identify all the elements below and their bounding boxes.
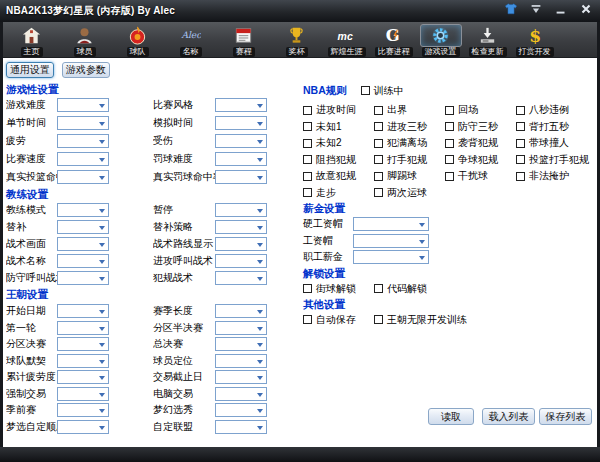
chevron-down-icon: [257, 426, 263, 430]
gameplay-select-r4c1[interactable]: [57, 152, 109, 166]
dynasty-select-r5c1[interactable]: [57, 370, 109, 384]
toolbar-item-2[interactable]: 球员: [58, 23, 111, 57]
other-checkbox-2[interactable]: [374, 315, 383, 324]
toolbar-item-6[interactable]: 奖杯: [270, 23, 323, 57]
section-coach: 教练设置教练模式暂停替补替补策略战术画面战术路线显示战术名称进攻呼叫战术防守呼叫…: [6, 188, 302, 285]
gameplay-select-r3c1[interactable]: [57, 134, 109, 148]
rule-checkbox-r1c3[interactable]: [445, 106, 454, 115]
dynasty-select-r5c2[interactable]: [215, 370, 267, 384]
dynasty-select-r2c2[interactable]: [215, 321, 267, 335]
rule-checkbox-r2c1[interactable]: [303, 122, 312, 131]
toolbar-item-7[interactable]: mc辉煌生涯: [323, 23, 370, 57]
chevron-down-icon: [257, 243, 263, 247]
field-label: 交易截止日: [153, 370, 215, 384]
rule-checkbox-r1c2[interactable]: [374, 106, 383, 115]
skin-menu-button[interactable]: [528, 3, 544, 19]
toolbar-item-11[interactable]: $打赏开发: [511, 23, 558, 57]
other-checkbox-1[interactable]: [303, 315, 312, 324]
rule-checkbox-r3c2[interactable]: [374, 139, 383, 148]
load-list-button[interactable]: 载入列表: [482, 408, 535, 425]
rule-checkbox-r2c2[interactable]: [374, 122, 383, 131]
close-button[interactable]: [578, 3, 594, 19]
rule-checkbox-r2c4[interactable]: [516, 122, 525, 131]
rule-checkbox-r5c2[interactable]: [374, 172, 383, 181]
rule-checkbox-r2c3[interactable]: [445, 122, 454, 131]
field-label: 硬工资帽: [303, 217, 353, 231]
salary-select-1[interactable]: [353, 217, 429, 231]
tab-general-settings[interactable]: 通用设置: [6, 62, 54, 78]
unlock-checkbox-2[interactable]: [374, 284, 383, 293]
rule-checkbox-r5c1[interactable]: [303, 172, 312, 181]
gameplay-select-r2c2[interactable]: [215, 116, 267, 130]
dynasty-select-r6c2[interactable]: [215, 387, 267, 401]
rule-checkbox-r1c1[interactable]: [303, 106, 312, 115]
toolbar-item-8[interactable]: G比赛进程: [370, 23, 417, 57]
rule-checkbox-r3c1[interactable]: [303, 139, 312, 148]
coach-select-r1c1[interactable]: [57, 203, 109, 217]
dynasty-select-r4c2[interactable]: [215, 354, 267, 368]
toolbar-item-5[interactable]: 赛程: [217, 23, 270, 57]
salary-select-2[interactable]: [353, 234, 429, 248]
coach-select-r3c2[interactable]: [215, 237, 267, 251]
coach-select-r5c1[interactable]: [57, 271, 109, 285]
rule-checkbox-r6c1[interactable]: [303, 188, 312, 197]
coach-select-r5c2[interactable]: [215, 271, 267, 285]
field-label: 犯规战术: [153, 271, 215, 285]
section-unlock: 解锁设置街球解锁代码解锁: [303, 267, 595, 295]
coach-select-r2c2[interactable]: [215, 220, 267, 234]
coach-select-r4c1[interactable]: [57, 254, 109, 268]
gameplay-select-r2c1[interactable]: [57, 116, 109, 130]
toolbar-item-1[interactable]: 主页: [5, 23, 58, 57]
rule-checkbox-r4c1[interactable]: [303, 155, 312, 164]
coach-select-r1c2[interactable]: [215, 203, 267, 217]
salary-select-3[interactable]: [353, 250, 429, 264]
save-list-button[interactable]: 保存列表: [539, 408, 592, 425]
coach-select-r4c2[interactable]: [215, 254, 267, 268]
chevron-down-icon: [257, 343, 263, 347]
coach-select-r3c1[interactable]: [57, 237, 109, 251]
toolbar-item-4[interactable]: Alec名称: [164, 23, 217, 57]
dynasty-select-r3c1[interactable]: [57, 337, 109, 351]
minimize-button[interactable]: [553, 3, 569, 19]
dynasty-select-r3c2[interactable]: [215, 337, 267, 351]
gameplay-select-r3c2[interactable]: [215, 134, 267, 148]
rule-checkbox-r4c3[interactable]: [445, 155, 454, 164]
jersey-button[interactable]: [503, 3, 519, 19]
gameplay-select-r5c1[interactable]: [57, 170, 109, 184]
training-checkbox[interactable]: [361, 86, 370, 95]
toolbar-item-3[interactable]: 球队: [111, 23, 164, 57]
dynasty-select-r6c1[interactable]: [57, 387, 109, 401]
toolbar-item-9[interactable]: 游戏设置: [417, 23, 464, 57]
toolbar-item-10[interactable]: 检查更新: [464, 23, 511, 57]
gameplay-select-r1c1[interactable]: [57, 98, 109, 112]
dynasty-select-r1c1[interactable]: [57, 304, 109, 318]
rule-checkbox-r3c4[interactable]: [516, 139, 525, 148]
gameplay-select-r4c2[interactable]: [215, 152, 267, 166]
gear-icon: [420, 24, 462, 47]
dynasty-select-r4c1[interactable]: [57, 354, 109, 368]
rule-checkbox-r5c3[interactable]: [445, 172, 454, 181]
rule-checkbox-r5c4[interactable]: [516, 172, 525, 181]
tab-game-params[interactable]: 游戏参数: [62, 62, 110, 78]
rule-checkbox-r4c2[interactable]: [374, 155, 383, 164]
field-label: 模拟时间: [153, 116, 215, 130]
chevron-down-icon: [419, 256, 425, 260]
rule-checkbox-r3c3[interactable]: [445, 139, 454, 148]
coach-select-r2c1[interactable]: [57, 220, 109, 234]
rule-item: 进攻三秒: [374, 120, 445, 134]
svg-text:$: $: [529, 26, 541, 46]
dynasty-select-r1c2[interactable]: [215, 304, 267, 318]
rule-checkbox-r1c4[interactable]: [516, 106, 525, 115]
gameplay-select-r5c2[interactable]: [215, 170, 267, 184]
rule-label: 未知1: [316, 120, 342, 134]
unlock-checkbox-1[interactable]: [303, 284, 312, 293]
read-button[interactable]: 读取: [428, 408, 474, 425]
content-area: 通用设置游戏参数 游戏性设置游戏难度比赛风格单节时间模拟时间疲劳受伤比赛速度罚球…: [3, 58, 597, 447]
section-header-coach: 教练设置: [6, 188, 302, 201]
form-row: 战术名称进攻呼叫战术: [6, 254, 302, 268]
rule-checkbox-r6c2[interactable]: [374, 188, 383, 197]
rule-checkbox-r4c4[interactable]: [516, 155, 525, 164]
gameplay-select-r1c2[interactable]: [215, 98, 267, 112]
rule-item: 未知1: [303, 120, 374, 134]
dynasty-select-r2c1[interactable]: [57, 321, 109, 335]
